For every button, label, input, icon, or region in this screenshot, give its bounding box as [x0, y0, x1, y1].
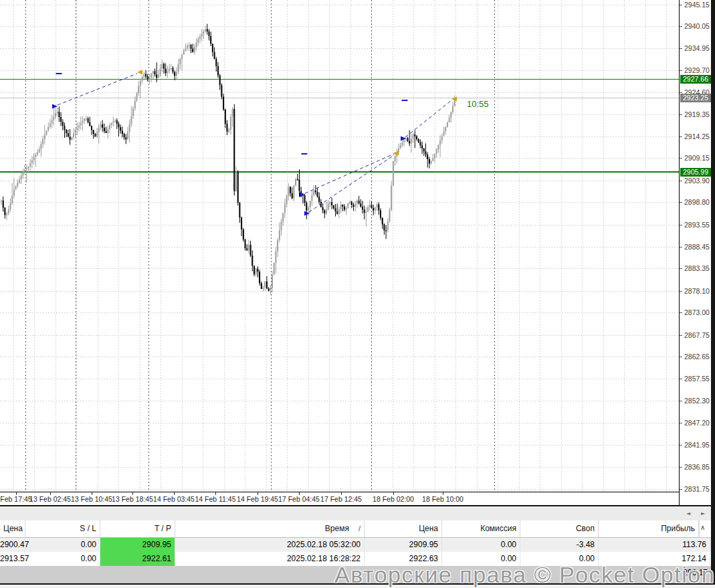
cell-tp: 2922.61 [100, 552, 175, 566]
price-tick-label: 2888.45 [684, 243, 710, 252]
time-tick-label: 14 Feb 19:45 [237, 495, 278, 503]
price-tick [680, 70, 682, 71]
price-tick [680, 181, 682, 181]
price-tick [680, 445, 682, 446]
cell-swap: -3.48 [520, 538, 599, 552]
time-tick-label: 14 Feb 11:45 [195, 495, 235, 503]
price-tick-label: 2857.55 [684, 375, 710, 383]
time-tick-label: 17 Feb 04:45 [278, 495, 320, 503]
cell-open_price: 2900.47 [0, 538, 25, 552]
scroll-right-icon[interactable]: ► [701, 510, 705, 516]
chart-time-annotation: 10:55 [467, 99, 489, 109]
price-tick [680, 379, 682, 379]
sort-ascending-icon: / [359, 520, 361, 537]
price-axis[interactable]: 2945.152940.052934.952929.702924.602919.… [679, 0, 711, 505]
price-tick-label: 2929.70 [684, 66, 710, 75]
column-header-sl[interactable]: S / L [25, 520, 100, 537]
cell-sl: 0.00 [25, 538, 100, 552]
time-tick-label: 18 Feb 10:00 [422, 495, 464, 503]
price-tick [680, 291, 682, 292]
column-header-profit[interactable]: Прибыль [599, 520, 699, 537]
column-header-open_price[interactable]: Цена [0, 520, 25, 537]
panel-band: ◄ ► [0, 505, 711, 520]
time-tick-label: 14 Feb 03:45 [153, 495, 195, 503]
time-tick-label: 13 Feb 18:45 [112, 495, 153, 503]
price-tick-label: 2862.65 [684, 353, 710, 361]
cell-open_price: 2913.57 [0, 552, 25, 566]
price-tick [680, 48, 682, 49]
price-tick-label: 2867.75 [684, 331, 710, 340]
price-tick [680, 489, 682, 490]
price-tick [680, 247, 682, 248]
price-tick-label: 2873.00 [684, 308, 710, 317]
cell-commission: 0.00 [442, 538, 520, 552]
window-edge [711, 0, 715, 588]
grid [0, 0, 679, 492]
price-tick-label: 2883.35 [684, 264, 710, 273]
candlestick-chart[interactable]: 10:55 [0, 0, 679, 492]
price-tick [680, 357, 682, 357]
price-tick-label: 2903.90 [684, 177, 710, 185]
column-header-tp[interactable]: T / P [100, 520, 175, 537]
tp-markers [56, 74, 408, 154]
column-header-swap[interactable]: Своп [520, 520, 599, 537]
cell-sl: 0.00 [25, 552, 100, 566]
time-tick-label: 13 Feb 10:45 [71, 495, 112, 503]
time-tick-label: 17 Feb 12:45 [320, 495, 362, 503]
session-separators [25, 0, 494, 492]
price-tick-label: 2841.95 [684, 441, 710, 450]
price-tick-label: 2878.10 [684, 287, 710, 296]
price-tick-label: 2934.95 [684, 44, 710, 53]
price-tick-label: 2893.55 [684, 221, 710, 229]
scroll-left-icon[interactable]: ◄ [686, 510, 690, 516]
price-tick [680, 467, 682, 468]
terminal-window: 10:55 2945.152940.052934.952929.702924.6… [0, 0, 715, 588]
cell-profit: 113.76 [599, 538, 710, 552]
price-tick [680, 202, 682, 203]
price-tick [680, 268, 682, 269]
price-tick [680, 26, 682, 27]
cell-time: 2025.02.18 05:32:00 [175, 538, 365, 552]
cell-close_price: 2909.95 [365, 538, 442, 552]
column-header-commission[interactable]: Комиссия [442, 520, 520, 537]
trade-open-markers [52, 104, 406, 216]
price-tick [680, 114, 682, 115]
time-tick-label: 18 Feb 02:00 [373, 495, 414, 503]
price-tick-label: 2919.35 [684, 110, 710, 119]
price-tick [680, 92, 682, 93]
price-tick [680, 312, 682, 313]
time-tick-label: Feb 17:45 [0, 495, 31, 503]
price-tick [680, 423, 682, 423]
price-tick [680, 5, 682, 5]
column-header-close_price[interactable]: Цена [365, 520, 442, 537]
price-tick-label: 2940.05 [684, 22, 710, 31]
price-tick-label: 2836.85 [684, 463, 710, 472]
price-badge: 2905.99 [680, 168, 711, 177]
column-header-time[interactable]: Время/ [175, 520, 365, 537]
cell-tp: 2909.95 [100, 538, 175, 552]
table-header: ЦенаS / LT / PВремя/ЦенаКомиссияСвопПриб… [0, 520, 711, 538]
price-tick [680, 401, 682, 401]
time-tick-label: 13 Feb 02:45 [29, 495, 71, 503]
price-tick-label: 2909.15 [684, 154, 710, 163]
watermark: Авторские права © Pocket Option [334, 562, 715, 588]
price-tick [680, 136, 682, 137]
price-tick-label: 2945.15 [684, 1, 710, 9]
price-tick [680, 158, 682, 159]
chart-canvas[interactable] [0, 0, 679, 492]
price-tick-label: 2898.80 [684, 198, 710, 207]
price-tick-label: 2831.75 [684, 485, 710, 494]
scroll-up-icon[interactable]: ∧ [700, 524, 705, 531]
table-row[interactable]: 2900.470.002909.952025.02.18 05:32:00290… [0, 538, 711, 552]
price-tick-label: 2852.30 [684, 397, 710, 405]
price-tick-label: 2914.25 [684, 132, 710, 141]
time-axis[interactable]: Feb 17:4513 Feb 02:4513 Feb 10:4513 Feb … [0, 492, 679, 506]
price-tick [680, 335, 682, 336]
candles [1, 24, 455, 295]
price-badge: 2927.66 [680, 75, 711, 84]
price-tick [680, 225, 682, 225]
price-badge: 2923.25 [680, 94, 711, 102]
price-tick-label: 2847.20 [684, 419, 710, 427]
